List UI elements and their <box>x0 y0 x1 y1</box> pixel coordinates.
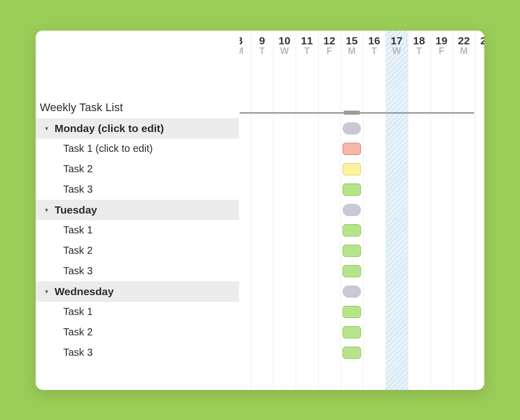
group-summary-bar[interactable] <box>343 122 361 135</box>
group-label: Wednesday <box>55 285 114 298</box>
date-weekday: T <box>475 46 484 57</box>
task-row[interactable]: Task 1 (click to edit) <box>36 139 239 159</box>
task-bar[interactable] <box>343 306 361 318</box>
task-label: Task 2 <box>63 163 93 175</box>
date-weekday: T <box>296 46 318 57</box>
date-number: 16 <box>363 35 385 46</box>
date-weekday: F <box>318 46 341 57</box>
task-bar[interactable] <box>343 143 361 155</box>
timeline-ruler-tick <box>344 111 360 115</box>
date-header: 8M9T10W11T12F15M16T17W18T19F22M23T <box>240 35 484 63</box>
date-column-header[interactable]: 10W <box>273 35 296 57</box>
task-row[interactable]: Task 2 <box>36 241 239 261</box>
date-column-header[interactable]: 22M <box>453 35 475 57</box>
group-label: Monday (click to edit) <box>55 122 164 135</box>
task-label: Task 2 <box>63 326 93 338</box>
date-column-header[interactable]: 9T <box>251 35 273 57</box>
collapse-icon: ▼ <box>44 125 49 132</box>
date-column-header[interactable]: 8M <box>240 35 251 57</box>
date-column-header[interactable]: 23T <box>475 35 484 57</box>
date-number: 22 <box>453 35 475 46</box>
date-column-header[interactable]: 17W <box>385 35 408 57</box>
date-weekday: M <box>240 46 251 57</box>
task-label: Task 3 <box>63 265 93 277</box>
group-header[interactable]: ▼Tuesday <box>36 200 239 220</box>
date-number: 15 <box>341 35 363 46</box>
date-number: 8 <box>240 35 251 46</box>
date-column-header[interactable]: 16T <box>363 35 385 57</box>
task-row[interactable]: Task 2 <box>36 159 239 179</box>
task-label: Task 2 <box>63 245 93 256</box>
task-row[interactable]: Task 2 <box>36 322 239 343</box>
date-column-header[interactable]: 15M <box>341 35 363 57</box>
task-row[interactable]: Task 3 <box>36 343 239 363</box>
group-header[interactable]: ▼Wednesday <box>36 281 239 302</box>
task-bar[interactable] <box>343 326 361 338</box>
task-bar[interactable] <box>343 347 361 359</box>
date-number: 12 <box>318 35 341 46</box>
group-summary-bar[interactable] <box>343 285 361 298</box>
date-weekday: W <box>273 46 296 57</box>
task-bar[interactable] <box>343 245 361 257</box>
date-number: 9 <box>251 35 273 46</box>
task-label: Task 1 (click to edit) <box>63 143 153 154</box>
gantt-panel: Weekly Task List ▼Monday (click to edit)… <box>36 31 484 390</box>
task-row[interactable]: Task 1 <box>36 220 239 241</box>
date-weekday: T <box>251 46 273 57</box>
date-column-header[interactable]: 12F <box>318 35 341 57</box>
task-bar[interactable] <box>343 224 361 237</box>
date-weekday: M <box>341 46 363 57</box>
group-summary-bar[interactable] <box>343 204 361 216</box>
group-label: Tuesday <box>55 204 97 216</box>
task-bar[interactable] <box>343 163 361 175</box>
task-label: Task 3 <box>63 183 93 195</box>
task-bar[interactable] <box>343 265 361 277</box>
date-weekday: M <box>453 46 475 57</box>
date-number: 19 <box>430 35 453 46</box>
task-label: Task 1 <box>63 306 93 318</box>
task-bar[interactable] <box>343 183 361 196</box>
date-weekday: W <box>385 46 408 57</box>
date-number: 17 <box>385 35 408 46</box>
task-label: Task 1 <box>63 224 93 236</box>
task-list-title: Weekly Task List <box>40 101 123 114</box>
task-row[interactable]: Task 3 <box>36 261 239 281</box>
date-column-header[interactable]: 11T <box>296 35 318 57</box>
task-row[interactable]: Task 3 <box>36 179 239 200</box>
group-header[interactable]: ▼Monday (click to edit) <box>36 118 239 139</box>
date-column-header[interactable]: 18T <box>408 35 430 57</box>
task-row[interactable]: Task 1 <box>36 302 239 322</box>
collapse-icon: ▼ <box>44 207 49 213</box>
collapse-icon: ▼ <box>44 288 49 295</box>
gantt-timeline[interactable]: 8M9T10W11T12F15M16T17W18T19F22M23T <box>240 31 484 390</box>
date-number: 10 <box>273 35 296 46</box>
date-weekday: T <box>408 46 430 57</box>
date-weekday: F <box>430 46 453 57</box>
task-list-sidebar: Weekly Task List ▼Monday (click to edit)… <box>36 31 240 390</box>
date-number: 23 <box>475 35 484 46</box>
date-column-header[interactable]: 19F <box>430 35 453 57</box>
date-number: 18 <box>408 35 430 46</box>
task-label: Task 3 <box>63 347 93 358</box>
date-number: 11 <box>296 35 318 46</box>
date-weekday: T <box>363 46 385 57</box>
